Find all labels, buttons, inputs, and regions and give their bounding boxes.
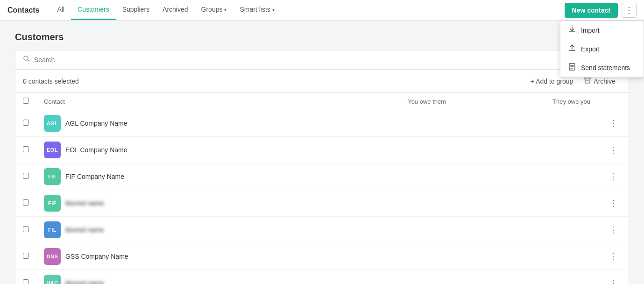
contact-cell[interactable]: AGL AGL Company Name (36, 110, 308, 137)
contact-column-header: Contact (36, 93, 308, 110)
row-actions-cell: ⋮ (598, 217, 629, 243)
new-contact-button[interactable]: New contact (565, 3, 618, 18)
row-checkbox-fif2[interactable] (23, 199, 29, 206)
contact-avatar: FIF (44, 168, 61, 185)
contact-avatar: FIL (44, 221, 61, 238)
selected-count: 0 contacts selected (23, 78, 525, 85)
they-owe-you-column-header: They owe you (453, 93, 598, 110)
tab-archived[interactable]: Archived (156, 0, 194, 20)
more-dots-icon: ⋮ (625, 5, 633, 15)
row-actions-cell: ⋮ (598, 270, 629, 284)
you-owe-cell (308, 110, 454, 137)
row-actions-cell: ⋮ (598, 110, 629, 137)
statements-icon (568, 63, 576, 72)
contact-name: EOL Company Name (65, 146, 127, 154)
they-owe-cell (453, 243, 598, 270)
tab-groups[interactable]: Groups ▾ (195, 0, 234, 20)
dropdown-item-import[interactable]: Import (560, 21, 644, 40)
contact-name: AGL Company Name (65, 120, 127, 127)
page-content: Customers ↑ Name 0 contacts selected + A… (0, 21, 644, 284)
tab-suppliers[interactable]: Suppliers (116, 0, 156, 20)
export-icon (568, 44, 576, 54)
row-checkbox-cell (15, 137, 36, 163)
you-owe-cell (308, 137, 454, 163)
row-checkbox-cell (15, 217, 36, 243)
table-row: FIF FIF Company Name ⋮ (15, 163, 629, 190)
table-row: GSS GSS Company Name ⋮ (15, 243, 629, 270)
row-checkbox-hac[interactable] (23, 279, 29, 284)
row-more-button[interactable]: ⋮ (605, 249, 621, 263)
table-row: FIF blurred name ⋮ (15, 190, 629, 217)
contact-avatar: HAC (44, 275, 61, 284)
dropdown-item-export[interactable]: Export (560, 40, 644, 58)
more-options-button[interactable]: ⋮ (622, 3, 637, 18)
contact-name: blurred name (65, 226, 104, 234)
contact-avatar: AGL (44, 115, 61, 132)
smart-lists-chevron-icon: ▾ (272, 7, 275, 12)
row-more-button[interactable]: ⋮ (605, 196, 621, 210)
you-owe-cell (308, 217, 454, 243)
row-checkbox-cell (15, 163, 36, 190)
row-actions-cell: ⋮ (598, 137, 629, 163)
app-title: Contacts (7, 6, 39, 14)
tab-all[interactable]: All (50, 0, 71, 20)
table-header-row: Contact You owe them They owe you (15, 93, 629, 110)
row-more-button[interactable]: ⋮ (605, 170, 621, 184)
tab-smart-lists[interactable]: Smart lists ▾ (233, 0, 281, 20)
contacts-table: Contact You owe them They owe you AGL AG… (15, 93, 629, 284)
row-more-button[interactable]: ⋮ (605, 116, 621, 130)
row-more-button[interactable]: ⋮ (605, 276, 621, 284)
you-owe-cell (308, 270, 454, 284)
search-icon (23, 55, 30, 64)
search-bar: ↑ Name (15, 50, 629, 70)
row-checkbox-gss[interactable] (23, 253, 29, 259)
they-owe-cell (453, 190, 598, 217)
contact-cell[interactable]: EOL EOL Company Name (36, 137, 308, 163)
table-row: EOL EOL Company Name ⋮ (15, 137, 629, 163)
contact-name: blurred name (65, 279, 104, 284)
row-actions-cell: ⋮ (598, 243, 629, 270)
table-row: HAC blurred name ⋮ (15, 270, 629, 284)
contact-name: GSS Company Name (65, 253, 128, 260)
top-nav: Contacts All Customers Suppliers Archive… (0, 0, 644, 21)
tab-customers[interactable]: Customers (71, 0, 116, 20)
contacts-container: ↑ Name 0 contacts selected + Add to grou… (15, 50, 629, 284)
row-actions-cell: ⋮ (598, 190, 629, 217)
select-all-header (15, 93, 36, 110)
row-checkbox-agl[interactable] (23, 120, 29, 126)
row-checkbox-fif1[interactable] (23, 173, 29, 179)
they-owe-cell (453, 110, 598, 137)
contact-avatar: EOL (44, 142, 61, 158)
contact-cell[interactable]: GSS GSS Company Name (36, 243, 308, 270)
dropdown-item-send-statements[interactable]: Send statements (560, 58, 644, 77)
you-owe-cell (308, 163, 454, 190)
contact-cell[interactable]: FIF blurred name (36, 190, 308, 217)
groups-chevron-icon: ▾ (224, 7, 226, 12)
they-owe-cell (453, 163, 598, 190)
row-checkbox-cell (15, 190, 36, 217)
bulk-actions-bar: 0 contacts selected + Add to group Archi… (15, 70, 629, 93)
contact-avatar: FIF (44, 195, 61, 212)
archive-icon (584, 77, 591, 85)
actions-column-header (598, 93, 629, 110)
row-checkbox-fil[interactable] (23, 226, 29, 232)
row-more-button[interactable]: ⋮ (605, 143, 621, 157)
they-owe-cell (453, 137, 598, 163)
contact-cell[interactable]: HAC blurred name (36, 270, 308, 284)
they-owe-cell (453, 270, 598, 284)
row-checkbox-eol[interactable] (23, 146, 29, 152)
contact-name: FIF Company Name (65, 173, 124, 180)
contact-cell[interactable]: FIF FIF Company Name (36, 163, 308, 190)
dropdown-menu: Import Export Send statements (560, 21, 644, 78)
table-row: AGL AGL Company Name ⋮ (15, 110, 629, 137)
row-checkbox-cell (15, 110, 36, 137)
select-all-checkbox[interactable] (23, 98, 29, 104)
table-row: FIL blurred name ⋮ (15, 217, 629, 243)
row-more-button[interactable]: ⋮ (605, 223, 621, 237)
contact-cell[interactable]: FIL blurred name (36, 217, 308, 243)
top-nav-right: New contact ⋮ (565, 3, 637, 18)
svg-rect-2 (585, 78, 590, 79)
they-owe-cell (453, 217, 598, 243)
row-actions-cell: ⋮ (598, 163, 629, 190)
search-input[interactable] (34, 56, 595, 64)
